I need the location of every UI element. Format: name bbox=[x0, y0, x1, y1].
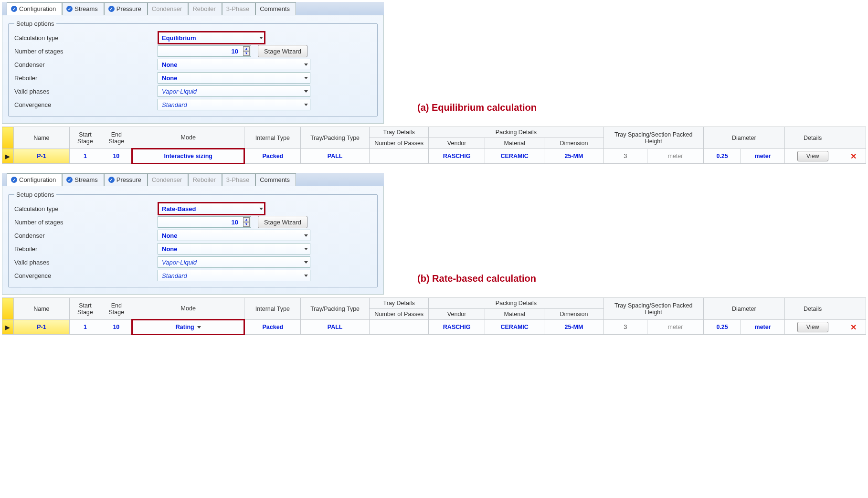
stage-wizard-button[interactable]: Stage Wizard bbox=[258, 45, 307, 57]
chevron-down-icon bbox=[304, 275, 308, 277]
tab-streams[interactable]: ✓Streams bbox=[62, 173, 104, 186]
cell-itype[interactable]: Packed bbox=[244, 149, 301, 164]
cell-material[interactable]: CERAMIC bbox=[485, 149, 544, 164]
cell-diameter[interactable]: 0.25 bbox=[703, 320, 741, 335]
spin-up-icon[interactable]: ▲ bbox=[243, 217, 250, 222]
tab-pressure[interactable]: ✓Pressure bbox=[104, 173, 148, 186]
tab-reboiler: Reboiler bbox=[188, 173, 222, 186]
tab-comments[interactable]: Comments bbox=[255, 173, 296, 186]
spin-up-icon[interactable]: ▲ bbox=[243, 46, 250, 51]
check-icon: ✓ bbox=[66, 177, 73, 183]
convergence-dropdown[interactable]: Standard bbox=[158, 99, 310, 110]
check-icon: ✓ bbox=[11, 6, 17, 12]
cell-end[interactable]: 10 bbox=[101, 320, 132, 335]
col-tdetails: Tray Details bbox=[370, 298, 429, 309]
chevron-down-icon bbox=[197, 326, 201, 328]
cell-name[interactable]: P-1 bbox=[13, 320, 70, 335]
spin-down-icon[interactable]: ▼ bbox=[243, 222, 250, 227]
internals-grid: Name Start Stage End Stage Mode Internal… bbox=[2, 297, 866, 335]
reboiler-dropdown[interactable]: None bbox=[158, 72, 310, 84]
chevron-down-icon bbox=[304, 77, 308, 79]
col-details: Details bbox=[784, 127, 841, 149]
stage-wizard-button[interactable]: Stage Wizard bbox=[258, 216, 307, 228]
num-stages-spinner[interactable]: 10 ▲▼ bbox=[158, 216, 251, 228]
cell-passes[interactable] bbox=[370, 149, 429, 164]
col-spacing: Tray Spacing/Section Packed Height bbox=[603, 127, 703, 149]
col-end: End Stage bbox=[101, 127, 132, 149]
calc-type-label: Calculation type bbox=[14, 34, 158, 42]
tab-pressure[interactable]: ✓Pressure bbox=[104, 2, 148, 15]
tab-condenser: Condenser bbox=[148, 2, 189, 15]
col-dimension: Dimension bbox=[544, 138, 603, 149]
delete-icon[interactable]: ✕ bbox=[850, 152, 857, 160]
cell-end[interactable]: 10 bbox=[101, 149, 132, 164]
row-marker[interactable]: ▶ bbox=[2, 320, 14, 335]
col-delete bbox=[841, 127, 866, 149]
col-packing: Packing Details bbox=[429, 127, 603, 138]
cell-spacing-unit[interactable]: meter bbox=[647, 149, 704, 164]
cell-vendor[interactable]: RASCHIG bbox=[429, 149, 485, 164]
view-button[interactable]: View bbox=[797, 151, 828, 161]
cell-dimension[interactable]: 25-MM bbox=[544, 149, 603, 164]
cell-passes[interactable] bbox=[370, 320, 429, 335]
valid-phases-dropdown[interactable]: Vapor-Liquid bbox=[158, 85, 310, 97]
tab-comments[interactable]: Comments bbox=[255, 2, 296, 15]
num-stages-spinner[interactable]: 10 ▲▼ bbox=[158, 45, 251, 57]
col-start: Start Stage bbox=[70, 127, 101, 149]
cell-diameter[interactable]: 0.25 bbox=[703, 149, 741, 164]
valid-phases-dropdown[interactable]: Vapor-Liquid bbox=[158, 256, 310, 268]
reboiler-dropdown[interactable]: None bbox=[158, 243, 310, 254]
cell-tptype[interactable]: PALL bbox=[301, 149, 370, 164]
cell-itype[interactable]: Packed bbox=[244, 320, 301, 335]
group-legend: Setup options bbox=[14, 191, 56, 198]
chevron-down-icon bbox=[259, 37, 263, 39]
cell-tptype[interactable]: PALL bbox=[301, 320, 370, 335]
table-row[interactable]: ▶ P-1 1 10 Interactive sizing Packed PAL… bbox=[2, 149, 866, 164]
cell-spacing[interactable]: 3 bbox=[603, 320, 647, 335]
col-itype: Internal Type bbox=[244, 298, 301, 320]
col-material: Material bbox=[485, 138, 544, 149]
tab-3phase: 3-Phase bbox=[222, 2, 255, 15]
cell-spacing-unit[interactable]: meter bbox=[647, 320, 704, 335]
col-spacing: Tray Spacing/Section Packed Height bbox=[603, 298, 703, 320]
cell-diameter-unit[interactable]: meter bbox=[741, 320, 785, 335]
col-mode: Mode bbox=[132, 127, 244, 149]
cell-material[interactable]: CERAMIC bbox=[485, 320, 544, 335]
condenser-dropdown[interactable]: None bbox=[158, 59, 310, 70]
cell-spacing[interactable]: 3 bbox=[603, 149, 647, 164]
section-ratebased: (b) Rate-based calculation ✓Configuratio… bbox=[2, 173, 866, 335]
tab-configuration[interactable]: ✓Configuration bbox=[7, 2, 62, 15]
col-tptype: Tray/Packing Type bbox=[301, 127, 370, 149]
tab-configuration[interactable]: ✓Configuration bbox=[7, 173, 62, 186]
col-delete bbox=[841, 298, 866, 320]
cell-vendor[interactable]: RASCHIG bbox=[429, 320, 485, 335]
view-button[interactable]: View bbox=[797, 322, 828, 332]
chevron-down-icon bbox=[304, 261, 308, 264]
chevron-down-icon bbox=[304, 64, 308, 66]
cell-dimension[interactable]: 25-MM bbox=[544, 320, 603, 335]
chevron-down-icon bbox=[304, 234, 308, 237]
delete-icon[interactable]: ✕ bbox=[850, 323, 857, 331]
cell-start[interactable]: 1 bbox=[70, 149, 101, 164]
cell-mode[interactable]: Interactive sizing bbox=[132, 149, 244, 164]
reboiler-label: Reboiler bbox=[14, 245, 158, 253]
spin-down-icon[interactable]: ▼ bbox=[243, 51, 250, 56]
cell-diameter-unit[interactable]: meter bbox=[741, 149, 785, 164]
table-row[interactable]: ▶ P-1 1 10 Rating Packed PALL RASCHIG CE… bbox=[2, 320, 866, 335]
col-dimension: Dimension bbox=[544, 309, 603, 320]
calc-type-dropdown[interactable]: Rate-Based bbox=[158, 202, 265, 215]
convergence-dropdown[interactable]: Standard bbox=[158, 270, 310, 281]
col-tptype: Tray/Packing Type bbox=[301, 298, 370, 320]
annotation-b: (b) Rate-based calculation bbox=[417, 273, 536, 284]
calc-type-label: Calculation type bbox=[14, 205, 158, 212]
row-marker[interactable]: ▶ bbox=[2, 149, 14, 164]
tab-streams[interactable]: ✓Streams bbox=[62, 2, 104, 15]
calc-type-dropdown[interactable]: Equilibrium bbox=[158, 31, 265, 44]
section-equilibrium: (a) Equilibrium calculation ✓Configurati… bbox=[2, 2, 866, 164]
cell-start[interactable]: 1 bbox=[70, 320, 101, 335]
cell-mode[interactable]: Rating bbox=[132, 320, 244, 335]
cell-name[interactable]: P-1 bbox=[13, 149, 70, 164]
condenser-dropdown[interactable]: None bbox=[158, 230, 310, 241]
chevron-down-icon bbox=[259, 208, 263, 210]
col-diameter: Diameter bbox=[703, 298, 784, 320]
